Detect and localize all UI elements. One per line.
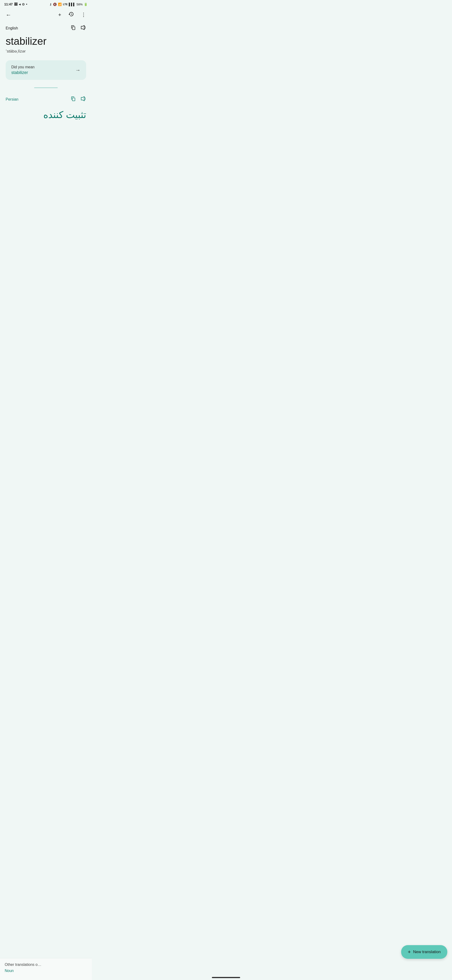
status-left: 11:47 🖼 ◂ ⊙ • (4, 2, 27, 6)
suggestion-word: stabilizer (11, 70, 35, 75)
target-listen-button[interactable] (80, 95, 86, 103)
battery-icon: 🔋 (84, 3, 87, 6)
status-right: ⚷ 🔇 📶 LTE ▌▌▌ 58% 🔋 (49, 3, 87, 6)
svg-marker-1 (81, 25, 84, 30)
target-lang-actions (70, 95, 86, 103)
main-content: English stabilizer ˈstābəˌlīzər Did you … (0, 22, 92, 80)
add-button[interactable]: + (57, 11, 62, 19)
back-button[interactable]: ← (5, 11, 12, 19)
suggestion-card[interactable]: Did you mean stabilizer → (6, 60, 86, 80)
lte-icon: LTE (63, 3, 68, 6)
translation-text: تثبیت کننده (6, 108, 86, 121)
svg-rect-2 (72, 98, 75, 101)
target-language-label: Persian (6, 97, 18, 102)
svg-marker-3 (81, 97, 84, 101)
source-language-header: English (6, 24, 86, 32)
signal-icon: ▌▌▌ (69, 3, 75, 6)
whatsapp-icon: ⊙ (22, 2, 25, 6)
wifi-icon: 📶 (58, 3, 62, 6)
time-display: 11:47 (4, 2, 13, 6)
svg-rect-0 (72, 27, 75, 30)
source-language-label: English (6, 26, 18, 30)
top-nav: ← + ⋮ (0, 8, 92, 22)
photo-icon: 🖼 (14, 2, 17, 6)
battery-percent: 58% (76, 3, 82, 6)
more-options-button[interactable]: ⋮ (80, 11, 87, 19)
history-button[interactable] (67, 10, 75, 19)
phonetic-text: ˈstābəˌlīzər (6, 49, 86, 54)
translation-section: Persian تثبیت کننده (0, 95, 92, 121)
source-lang-actions (70, 24, 86, 32)
target-language-header: Persian (6, 95, 86, 103)
status-bar: 11:47 🖼 ◂ ⊙ • ⚷ 🔇 📶 LTE ▌▌▌ 58% 🔋 (0, 0, 92, 8)
target-copy-button[interactable] (70, 95, 76, 103)
nav-icon: ◂ (19, 2, 21, 6)
source-listen-button[interactable] (80, 24, 86, 32)
bottom-section: Other translations o… Noun (0, 958, 92, 980)
dot-icon: • (26, 2, 27, 6)
nav-left: ← (5, 11, 12, 19)
mute-icon: 🔇 (53, 3, 57, 6)
nav-right: + ⋮ (57, 10, 87, 19)
pos-label: Noun (5, 969, 87, 973)
suggestion-arrow: → (75, 67, 81, 73)
did-you-mean-label: Did you mean (11, 65, 35, 69)
key-icon: ⚷ (49, 3, 52, 6)
other-translations-label: Other translations o… (5, 963, 87, 967)
source-word: stabilizer (6, 36, 86, 47)
section-divider (34, 88, 58, 88)
source-copy-button[interactable] (70, 24, 76, 32)
suggestion-text-wrapper: Did you mean stabilizer (11, 65, 35, 75)
